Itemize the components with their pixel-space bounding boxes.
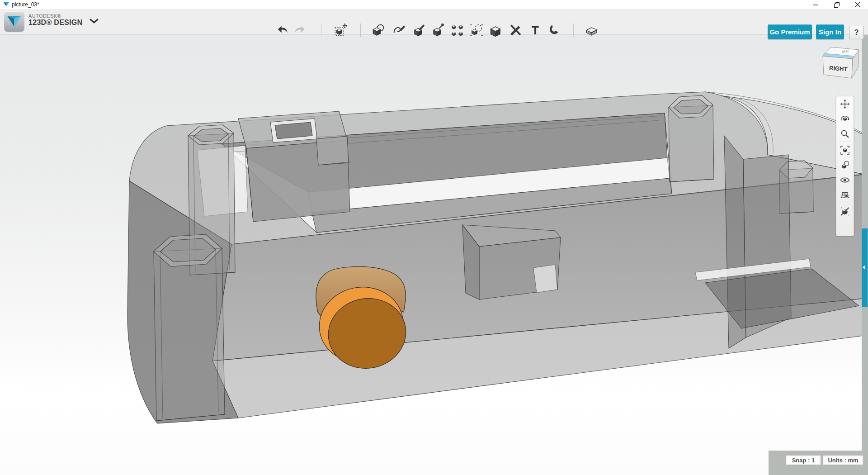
brand-text: AUTODESK® 123D® DESIGN	[28, 13, 82, 27]
material-icon[interactable]	[837, 157, 853, 172]
go-premium-button[interactable]: Go Premium	[768, 24, 812, 39]
window-title: picture_03*	[12, 1, 39, 8]
minimize-button[interactable]	[809, 1, 822, 8]
toolbar-separator	[360, 24, 361, 37]
modify-icon[interactable]	[430, 23, 446, 38]
model-scene	[0, 34, 868, 475]
grouping-icon[interactable]	[469, 23, 484, 38]
units-setting[interactable]: Units : mm	[823, 455, 863, 465]
viewport-3d[interactable]: RIGHT TOP	[0, 34, 868, 475]
flyout-arrow-left-icon	[863, 265, 865, 270]
visibility-icon[interactable]	[837, 172, 853, 187]
transform-icon[interactable]	[333, 23, 348, 38]
view-cube-front-label: RIGHT	[829, 65, 848, 73]
sign-in-button[interactable]: Sign In	[816, 24, 844, 39]
grid-visibility-icon[interactable]	[837, 187, 853, 202]
brand-123d-design: 123D® DESIGN	[28, 19, 82, 27]
orbit-icon[interactable]	[837, 111, 853, 126]
app-menu-chevron-down-icon[interactable]	[90, 19, 99, 24]
hex-pillar-lower-left	[154, 234, 225, 421]
help-button[interactable]: ?	[849, 26, 864, 39]
pan-icon[interactable]	[837, 96, 853, 111]
undo-icon[interactable]	[275, 23, 290, 38]
center-box	[462, 225, 561, 299]
pattern-icon[interactable]	[450, 23, 465, 38]
hide-sketch-icon[interactable]	[837, 204, 853, 218]
app-logo-small-icon	[3, 2, 9, 7]
title-bar: picture_03*	[0, 0, 868, 10]
zoom-icon[interactable]	[837, 126, 853, 141]
brand-autodesk: AUTODESK®	[28, 13, 82, 19]
svg-text:T: T	[532, 24, 539, 37]
restore-button[interactable]	[830, 1, 844, 8]
toolbar-separator	[573, 24, 574, 37]
snap-magnet-icon[interactable]	[547, 23, 562, 38]
nav-divider	[839, 203, 851, 203]
123d-logo-icon	[4, 11, 24, 32]
snap-setting[interactable]: Snap : 1	[786, 455, 821, 465]
close-button[interactable]	[851, 1, 864, 8]
primitives-icon[interactable]	[370, 23, 386, 38]
combine-icon[interactable]	[488, 23, 503, 38]
text-tool-icon[interactable]: T	[528, 23, 543, 38]
view-cube[interactable]: RIGHT TOP	[816, 42, 866, 84]
toolbar-separator	[321, 24, 321, 37]
pocket-boss	[238, 111, 350, 222]
print-3d-icon[interactable]	[584, 23, 599, 38]
navigation-toolbar	[836, 96, 854, 236]
zoom-fit-icon[interactable]	[837, 142, 853, 157]
hex-pillar-top-right	[669, 95, 714, 182]
case-model	[127, 92, 863, 423]
app-logo-tile[interactable]	[4, 11, 24, 32]
nav-divider	[839, 142, 851, 142]
main-toolbar: AUTODESK® 123D® DESIGN	[0, 9, 868, 35]
flyout-tab[interactable]	[862, 228, 868, 307]
construct-icon[interactable]	[411, 23, 427, 38]
sketch-icon[interactable]	[392, 23, 407, 38]
measure-icon[interactable]	[508, 23, 523, 38]
redo-icon[interactable]	[292, 23, 307, 38]
